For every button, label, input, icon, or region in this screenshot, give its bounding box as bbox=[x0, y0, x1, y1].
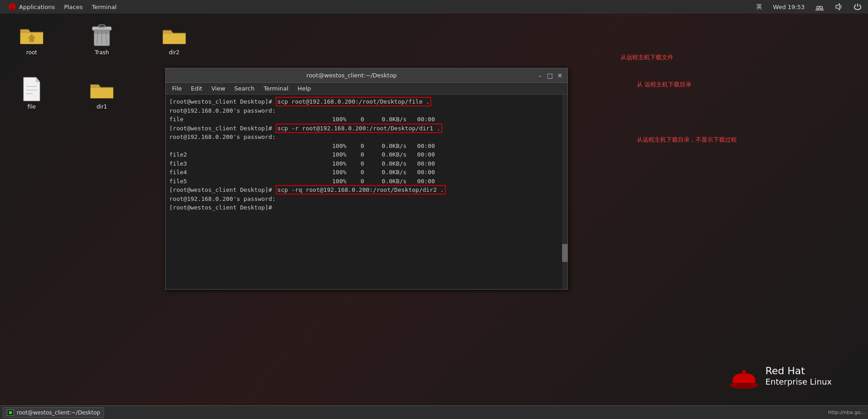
annotation-2: 从 远程主机下载目录 bbox=[637, 81, 692, 89]
dir1-folder-icon bbox=[89, 76, 114, 102]
dir2-folder-icon bbox=[162, 22, 187, 48]
svg-rect-8 bbox=[821, 9, 823, 10]
terminal-line-5: root@192.168.0.200's password: bbox=[169, 133, 564, 142]
svg-rect-18 bbox=[94, 29, 110, 34]
terminal-line-8: file3 100% 0 0.0KB/s 00:00 bbox=[169, 159, 564, 168]
svg-rect-2 bbox=[818, 8, 821, 10]
desktop-icon-dir2[interactable]: dir2 bbox=[156, 20, 192, 57]
terminal-menu-file[interactable]: File bbox=[167, 83, 186, 95]
terminal-menu[interactable]: Terminal bbox=[87, 0, 121, 14]
power-icon[interactable] bbox=[851, 0, 864, 14]
applications-label: Applications bbox=[19, 4, 55, 10]
terminal-line-13: [root@westos_client Desktop]# bbox=[169, 203, 564, 212]
dir2-label: dir2 bbox=[169, 49, 180, 56]
svg-rect-11 bbox=[29, 38, 34, 42]
terminal-minimize-button[interactable]: – bbox=[536, 71, 544, 80]
annotation-3: 从远程主机下载目录，不显示下载过程 bbox=[637, 136, 737, 144]
terminal-line-9: file4 100% 0 0.0KB/s 00:00 bbox=[169, 168, 564, 177]
terminal-line-4: [root@westos_client Desktop]# scp -r roo… bbox=[169, 124, 564, 133]
terminal-content[interactable]: [root@westos_client Desktop]# scp root@1… bbox=[166, 95, 568, 289]
terminal-titlebar: root@westos_client:~/Desktop – □ ✕ bbox=[166, 68, 568, 83]
taskbar-terminal-label: root@westos_client:~/Desktop bbox=[17, 409, 100, 416]
desktop-icon-dir1[interactable]: dir1 bbox=[84, 75, 120, 112]
cmd-highlight-1: scp root@192.168.0.200:/root/Desktop/fil… bbox=[276, 97, 432, 106]
redhat-icon bbox=[8, 3, 16, 11]
terminal-line-11: [root@westos_client Desktop]# scp -rq ro… bbox=[169, 186, 564, 195]
desktop-icon-trash[interactable]: Trash bbox=[84, 20, 120, 57]
terminal-line-3: file 100% 0 0.0KB/s 00:00 bbox=[169, 115, 564, 124]
file-doc-icon bbox=[19, 76, 44, 102]
network-icon[interactable] bbox=[813, 0, 826, 14]
root-folder-icon bbox=[19, 22, 44, 48]
svg-rect-14 bbox=[99, 25, 105, 28]
terminal-close-button[interactable]: ✕ bbox=[556, 71, 564, 80]
svg-point-1 bbox=[10, 8, 14, 10]
terminal-scrollbar-thumb[interactable] bbox=[562, 244, 568, 262]
redhat-text: Red Hat Enterprise Linux bbox=[765, 365, 832, 387]
volume-icon[interactable] bbox=[832, 0, 845, 14]
taskbar-terminal-icon: ■ bbox=[7, 409, 14, 416]
cmd-highlight-3: scp -rq root@192.168.0.200:/root/Desktop… bbox=[276, 185, 446, 195]
taskbar-url: http://nba.go... bbox=[828, 409, 865, 415]
terminal-menu-search[interactable]: Search bbox=[230, 83, 259, 95]
cmd-highlight-2: scp -r root@192.168.0.200:/root/Desktop/… bbox=[276, 124, 442, 133]
taskbar: ■ root@westos_client:~/Desktop http://nb… bbox=[0, 405, 868, 419]
redhat-hat-icon bbox=[728, 360, 760, 392]
trash-label: Trash bbox=[95, 49, 109, 56]
terminal-window: root@westos_client:~/Desktop – □ ✕ File … bbox=[165, 68, 568, 290]
terminal-line-12: root@192.168.0.200's password: bbox=[169, 195, 564, 204]
annotation-1: 从远程主机下载文件 bbox=[620, 53, 673, 62]
taskbar-terminal-item[interactable]: ■ root@westos_client:~/Desktop bbox=[3, 407, 104, 418]
terminal-line-6: 100% 0 0.0KB/s 00:00 bbox=[169, 142, 564, 151]
file-label: file bbox=[28, 104, 36, 110]
dir1-label: dir1 bbox=[96, 104, 107, 110]
svg-marker-9 bbox=[836, 4, 839, 10]
terminal-line-7: file2 100% 0 0.0KB/s 00:00 bbox=[169, 150, 564, 159]
terminal-menu-help[interactable]: Help bbox=[293, 83, 315, 95]
terminal-menu-terminal[interactable]: Terminal bbox=[259, 83, 293, 95]
desktop-icon-root[interactable]: root bbox=[14, 20, 50, 57]
redhat-logo: Red Hat Enterprise Linux bbox=[728, 360, 832, 392]
applications-menu[interactable]: Applications bbox=[4, 0, 59, 14]
desktop-icon-file[interactable]: file bbox=[14, 75, 50, 112]
trash-can-icon bbox=[89, 22, 114, 48]
terminal-menu-view[interactable]: View bbox=[207, 83, 230, 95]
taskbar-right: http://nba.go... bbox=[828, 409, 865, 415]
terminal-scrollbar[interactable] bbox=[562, 95, 568, 289]
root-label: root bbox=[26, 49, 37, 56]
topbar-right: 英 Wed 19:53 bbox=[754, 0, 864, 14]
topbar-left: Applications Places Terminal bbox=[4, 0, 121, 14]
terminal-menubar: File Edit View Search Terminal Help bbox=[166, 83, 568, 95]
clock[interactable]: Wed 19:53 bbox=[770, 0, 807, 14]
places-menu[interactable]: Places bbox=[59, 0, 87, 14]
terminal-line-2: root@192.168.0.200's password: bbox=[169, 106, 564, 115]
terminal-title: root@westos_client:~/Desktop bbox=[169, 72, 534, 79]
terminal-line-10: file5 100% 0 0.0KB/s 00:00 bbox=[169, 177, 564, 186]
desktop: root Trash bbox=[0, 14, 868, 405]
language-indicator[interactable]: 英 bbox=[754, 0, 765, 14]
topbar: Applications Places Terminal 英 Wed 19:53 bbox=[0, 0, 868, 14]
svg-rect-7 bbox=[816, 9, 818, 10]
terminal-menu-edit[interactable]: Edit bbox=[186, 83, 207, 95]
terminal-line-1: [root@westos_client Desktop]# scp root@1… bbox=[169, 97, 564, 106]
terminal-maximize-button[interactable]: □ bbox=[546, 71, 554, 80]
